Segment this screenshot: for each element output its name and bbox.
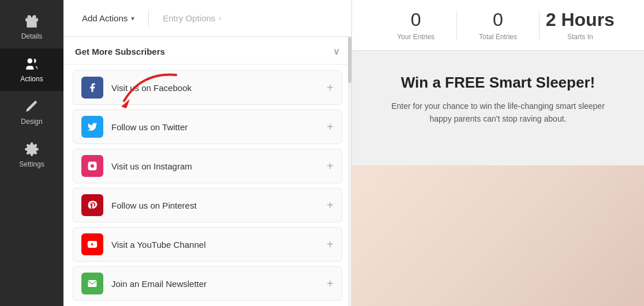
facebook-icon bbox=[81, 77, 103, 99]
sidebar-item-actions[interactable]: Actions bbox=[0, 48, 63, 91]
youtube-icon bbox=[81, 233, 103, 255]
action-label-instagram: Visit us on Instagram bbox=[111, 161, 319, 171]
sidebar-design-label: Design bbox=[21, 118, 42, 126]
gift-icon bbox=[24, 14, 39, 29]
sidebar-settings-label: Settings bbox=[19, 160, 44, 168]
action-list: Visit us on Facebook + Follow us on Twit… bbox=[63, 65, 351, 306]
action-item-instagram[interactable]: Visit us on Instagram + bbox=[73, 149, 342, 183]
stat-your-entries: 0 Your Entries bbox=[375, 9, 456, 41]
sidebar-actions-label: Actions bbox=[20, 75, 43, 83]
stat-starts: 2 Hours Starts In bbox=[540, 9, 621, 41]
add-pinterest-button[interactable]: + bbox=[327, 199, 334, 212]
add-twitter-button[interactable]: + bbox=[327, 120, 334, 134]
action-item-twitter[interactable]: Follow us on Twitter + bbox=[73, 109, 342, 144]
main-panel: Add Actions ▾ Entry Options › Get More S… bbox=[63, 0, 644, 306]
settings-icon bbox=[24, 142, 39, 157]
pinterest-icon bbox=[81, 194, 103, 216]
sidebar-item-details[interactable]: Details bbox=[0, 6, 63, 48]
action-label-youtube: Visit a YouTube Channel bbox=[111, 240, 319, 250]
action-label-facebook: Visit us on Facebook bbox=[111, 83, 319, 93]
actions-content: Get More Subscribers ∨ Visit us on Faceb… bbox=[63, 37, 351, 306]
action-item-pinterest[interactable]: Follow us on Pinterest + bbox=[73, 188, 342, 222]
add-youtube-button[interactable]: + bbox=[327, 238, 334, 251]
twitter-icon bbox=[81, 116, 103, 138]
entry-options-button[interactable]: Entry Options › bbox=[153, 7, 230, 29]
sidebar-details-label: Details bbox=[21, 32, 43, 40]
add-actions-button[interactable]: Add Actions ▾ bbox=[73, 7, 144, 29]
scrollbar[interactable] bbox=[348, 37, 351, 306]
add-instagram-button[interactable]: + bbox=[327, 160, 334, 173]
actions-panel: Add Actions ▾ Entry Options › Get More S… bbox=[63, 0, 352, 306]
preview-text-block: Win a FREE Smart Sleeper! Enter for your… bbox=[388, 74, 608, 126]
scroll-thumb[interactable] bbox=[348, 37, 351, 83]
starts-value: 2 Hours bbox=[546, 9, 615, 31]
action-item-facebook[interactable]: Visit us on Facebook + bbox=[73, 70, 342, 105]
sidebar-item-settings[interactable]: Settings bbox=[0, 134, 63, 176]
preview-content: Win a FREE Smart Sleeper! Enter for your… bbox=[352, 51, 644, 306]
sidebar: Details Actions Design Settings bbox=[0, 0, 63, 306]
stats-bar: 0 Your Entries 0 Total Entries 2 Hours S… bbox=[352, 0, 644, 51]
add-actions-label: Add Actions bbox=[82, 13, 128, 23]
design-icon bbox=[24, 99, 39, 114]
preview-title: Win a FREE Smart Sleeper! bbox=[388, 74, 608, 92]
preview-panel: 0 Your Entries 0 Total Entries 2 Hours S… bbox=[352, 0, 644, 306]
email-icon bbox=[81, 273, 103, 294]
instagram-icon bbox=[81, 155, 103, 177]
sidebar-item-design[interactable]: Design bbox=[0, 91, 63, 134]
starts-label: Starts In bbox=[567, 33, 593, 41]
chevron-right-icon: › bbox=[219, 14, 221, 22]
action-label-twitter: Follow us on Twitter bbox=[111, 122, 319, 132]
section-header: Get More Subscribers ∨ bbox=[63, 37, 351, 65]
action-item-youtube[interactable]: Visit a YouTube Channel + bbox=[73, 227, 342, 262]
action-item-email[interactable]: Join an Email Newsletter + bbox=[73, 266, 342, 301]
svg-point-0 bbox=[27, 58, 32, 63]
stat-total-entries: 0 Total Entries bbox=[457, 9, 538, 41]
add-email-button[interactable]: + bbox=[327, 277, 334, 290]
preview-background bbox=[352, 165, 644, 306]
toolbar-divider bbox=[148, 10, 149, 27]
section-chevron-icon[interactable]: ∨ bbox=[333, 46, 340, 57]
total-entries-label: Total Entries bbox=[479, 33, 517, 41]
your-entries-label: Your Entries bbox=[397, 33, 435, 41]
action-label-pinterest: Follow us on Pinterest bbox=[111, 201, 319, 210]
preview-subtitle: Enter for your chance to win the life-ch… bbox=[388, 100, 608, 126]
section-title: Get More Subscribers bbox=[75, 47, 165, 56]
add-facebook-button[interactable]: + bbox=[327, 81, 334, 95]
your-entries-value: 0 bbox=[411, 9, 421, 31]
action-label-email: Join an Email Newsletter bbox=[111, 279, 319, 289]
total-entries-value: 0 bbox=[493, 9, 503, 31]
entry-options-label: Entry Options bbox=[163, 13, 215, 23]
actions-icon bbox=[24, 56, 39, 71]
toolbar: Add Actions ▾ Entry Options › bbox=[63, 0, 351, 37]
chevron-down-icon: ▾ bbox=[131, 14, 134, 22]
